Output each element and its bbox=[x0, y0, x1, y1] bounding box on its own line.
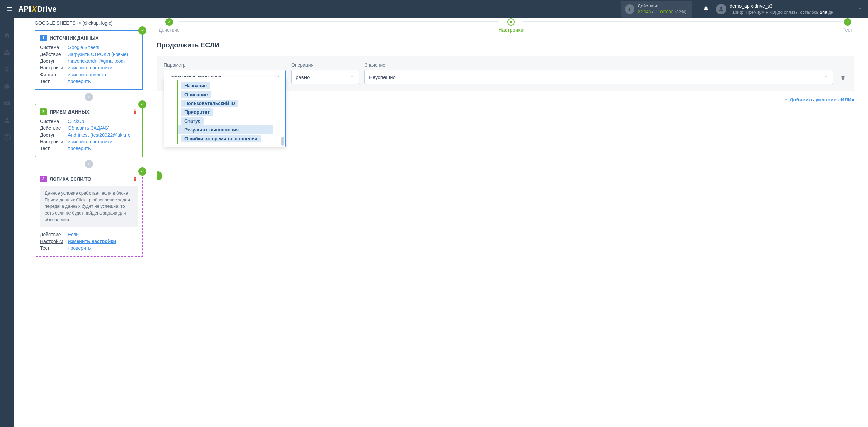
step-test[interactable]: Тест bbox=[843, 18, 852, 33]
info-icon: i bbox=[625, 4, 634, 14]
dropdown-option[interactable]: Результат выполнения bbox=[178, 125, 273, 134]
logo-post: Drive bbox=[37, 5, 57, 14]
dest-access[interactable]: Andrii test (test20022@ukr.ne bbox=[68, 132, 131, 138]
youtube-icon[interactable] bbox=[3, 100, 11, 107]
add-block-button[interactable] bbox=[85, 93, 93, 101]
actions-text: Действия: 22'048 из 100'000 (22%) bbox=[638, 3, 686, 15]
actions-pct: (22%) bbox=[675, 9, 687, 14]
actions-of: из bbox=[652, 9, 656, 14]
block-heading: ИСТОЧНИК ДАННЫХ bbox=[50, 35, 99, 41]
logic-test[interactable]: проверить bbox=[68, 245, 91, 251]
go-button[interactable] bbox=[157, 171, 162, 180]
logic-settings[interactable]: изменить настройки bbox=[68, 239, 116, 244]
logo[interactable]: APIXDrive bbox=[18, 5, 57, 14]
steps: Действие Настройки Тест bbox=[157, 18, 854, 33]
logic-info: Данное условие сработает, если в блоке П… bbox=[40, 186, 138, 227]
trash-icon[interactable] bbox=[132, 109, 138, 115]
source-action[interactable]: Загрузить СТРОКИ (новые) bbox=[68, 52, 128, 57]
chevron-down-icon[interactable] bbox=[857, 6, 863, 13]
connections-icon[interactable] bbox=[3, 49, 11, 56]
scrollbar[interactable] bbox=[281, 77, 284, 146]
dropdown-option[interactable]: Ошибки во время выполнения bbox=[178, 134, 273, 143]
val-select[interactable]: Неуспешно bbox=[364, 70, 833, 84]
section-title: Продолжить ЕСЛИ bbox=[157, 41, 854, 49]
briefcase-icon[interactable] bbox=[3, 83, 11, 90]
flow-panel: GOOGLE SHEETS -> (clickup, logic) 1ИСТОЧ… bbox=[14, 18, 157, 427]
dest-settings[interactable]: изменить настройки bbox=[68, 139, 112, 144]
op-select[interactable]: равно bbox=[291, 70, 359, 84]
dest-test[interactable]: проверить bbox=[68, 146, 91, 151]
source-test[interactable]: проверить bbox=[68, 79, 91, 84]
user-icon[interactable] bbox=[3, 117, 11, 124]
logo-pre: API bbox=[18, 5, 31, 14]
block-logic[interactable]: 3ЛОГИКА ЕСЛИ/ТО Данное условие сработает… bbox=[35, 171, 143, 257]
help-icon[interactable] bbox=[3, 134, 11, 141]
op-label: Операция bbox=[291, 62, 359, 68]
flow-title: GOOGLE SHEETS -> (clickup, logic) bbox=[35, 20, 143, 26]
source-settings[interactable]: изменить настройки bbox=[68, 65, 112, 70]
actions-label: Действия: bbox=[638, 3, 686, 9]
home-icon[interactable] bbox=[3, 32, 11, 39]
block-heading: ЛОГИКА ЕСЛИ/ТО bbox=[50, 176, 91, 182]
logic-action[interactable]: Если bbox=[68, 232, 79, 237]
menu-toggle[interactable] bbox=[5, 5, 14, 13]
trash-icon[interactable] bbox=[132, 176, 138, 182]
chevron-down-icon bbox=[349, 74, 355, 80]
dest-system[interactable]: ClickUp bbox=[68, 119, 84, 124]
avatar-icon bbox=[716, 4, 726, 14]
step-settings[interactable]: Настройки bbox=[498, 18, 524, 33]
plan-text: Тариф |Премиум PRO| до оплаты осталось 2… bbox=[730, 9, 833, 15]
dropdown-option[interactable]: Название bbox=[178, 81, 273, 90]
logo-x: X bbox=[32, 5, 37, 14]
param-dropdown: НазваниеОписаниеПользовательский IDПриор… bbox=[164, 77, 286, 147]
username: demo_apix-drive_s3 bbox=[730, 3, 833, 9]
bell-icon[interactable] bbox=[699, 6, 713, 12]
source-filter[interactable]: изменить фильтр bbox=[68, 72, 106, 77]
dollar-icon[interactable] bbox=[3, 66, 11, 73]
topbar: APIXDrive i Действия: 22'048 из 100'000 … bbox=[0, 0, 868, 18]
chevron-down-icon bbox=[823, 74, 829, 80]
check-icon bbox=[138, 167, 146, 176]
val-label: Значение bbox=[364, 62, 833, 68]
block-heading: ПРИЕМ ДАННЫХ bbox=[50, 109, 90, 115]
check-icon bbox=[138, 26, 146, 35]
actions-total: 100'000 bbox=[658, 9, 673, 14]
main-panel: Действие Настройки Тест Продолжить ЕСЛИ bbox=[157, 18, 868, 427]
dropdown-option[interactable]: Пользовательский ID bbox=[178, 99, 273, 108]
sidebar bbox=[0, 18, 14, 427]
actions-used: 22'048 bbox=[638, 9, 651, 14]
check-icon bbox=[138, 100, 146, 108]
source-access[interactable]: maverickandrii@gmail.com bbox=[68, 58, 125, 64]
condition-box: Параметр Результат выполнения Операция р… bbox=[157, 56, 854, 91]
dropdown-option[interactable]: Статус bbox=[178, 117, 273, 125]
dest-action[interactable]: Обновить ЗАДАЧУ bbox=[68, 125, 109, 131]
delete-condition[interactable] bbox=[839, 70, 847, 85]
step-action[interactable]: Действие bbox=[159, 18, 180, 33]
block-dest[interactable]: 2ПРИЕМ ДАННЫХ СистемаClickUp ДействиеОбн… bbox=[35, 104, 143, 157]
block-source[interactable]: 1ИСТОЧНИК ДАННЫХ СистемаGoogle Sheets Де… bbox=[35, 30, 143, 90]
dropdown-option[interactable]: Описание bbox=[178, 90, 273, 99]
user-menu[interactable]: demo_apix-drive_s3 Тариф |Премиум PRO| д… bbox=[716, 3, 833, 15]
add-block-button[interactable] bbox=[85, 160, 93, 168]
param-label: Параметр bbox=[164, 62, 286, 68]
dropdown-option[interactable]: Приоритет bbox=[178, 108, 273, 117]
actions-counter[interactable]: i Действия: 22'048 из 100'000 (22%) bbox=[621, 1, 692, 18]
source-system[interactable]: Google Sheets bbox=[68, 45, 99, 50]
